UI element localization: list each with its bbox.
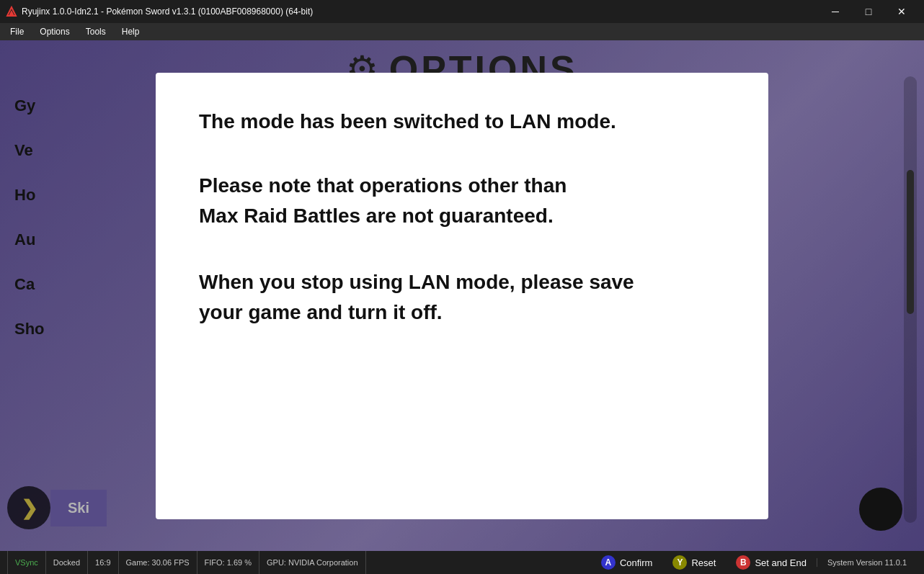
- titlebar-controls: ─ □ ✕: [819, 0, 918, 23]
- reset-label: Reset: [691, 557, 716, 568]
- dialog-overlay: The mode has been switched to LAN mode. …: [0, 40, 924, 551]
- game-area: ⚙ OPTIONS Gy Ve Ho Au Ca Sho ❯ Ski The m…: [0, 40, 924, 551]
- system-version: System Version 11.0.1: [817, 558, 917, 567]
- vsync-status: VSync: [7, 551, 46, 574]
- b-button-icon: B: [736, 555, 750, 570]
- menu-options[interactable]: Options: [32, 25, 76, 38]
- docked-status: Docked: [46, 551, 88, 574]
- statusbar-left: VSync Docked 16:9 Game: 30.06 FPS FIFO: …: [7, 551, 366, 574]
- app-icon: [6, 6, 17, 17]
- menu-help[interactable]: Help: [115, 25, 147, 38]
- aspect-ratio: 16:9: [88, 551, 118, 574]
- reset-action[interactable]: Y Reset: [662, 551, 726, 574]
- a-button-icon: A: [601, 555, 616, 570]
- menubar: File Options Tools Help: [0, 23, 924, 40]
- statusbar-right: A Confirm Y Reset B Set and End System V…: [591, 551, 917, 574]
- dialog-line2: Please note that operations other thanMa…: [199, 171, 725, 231]
- fifo-status: FIFO: 1.69 %: [197, 551, 259, 574]
- set-end-label: Set and End: [755, 557, 807, 568]
- confirm-action[interactable]: A Confirm: [591, 551, 663, 574]
- maximize-button[interactable]: □: [852, 0, 885, 23]
- titlebar-left: Ryujinx 1.0.0-Idn2.1 - Pokémon Sword v1.…: [6, 6, 313, 17]
- y-button-icon: Y: [672, 555, 687, 570]
- set-end-action[interactable]: B Set and End: [726, 551, 817, 574]
- statusbar: VSync Docked 16:9 Game: 30.06 FPS FIFO: …: [0, 551, 924, 574]
- menu-tools[interactable]: Tools: [79, 25, 113, 38]
- dialog-line1: The mode has been switched to LAN mode.: [199, 109, 725, 135]
- confirm-label: Confirm: [620, 557, 653, 568]
- close-button[interactable]: ✕: [885, 0, 918, 23]
- titlebar: Ryujinx 1.0.0-Idn2.1 - Pokémon Sword v1.…: [0, 0, 924, 23]
- menu-file[interactable]: File: [3, 25, 31, 38]
- dialog-line3: When you stop using LAN mode, please sav…: [199, 267, 725, 328]
- gpu-status: GPU: NVIDIA Corporation: [259, 551, 366, 574]
- fps-status: Game: 30.06 FPS: [119, 551, 197, 574]
- titlebar-title: Ryujinx 1.0.0-Idn2.1 - Pokémon Sword v1.…: [22, 6, 313, 17]
- minimize-button[interactable]: ─: [819, 0, 852, 23]
- dialog-box: The mode has been switched to LAN mode. …: [156, 73, 768, 519]
